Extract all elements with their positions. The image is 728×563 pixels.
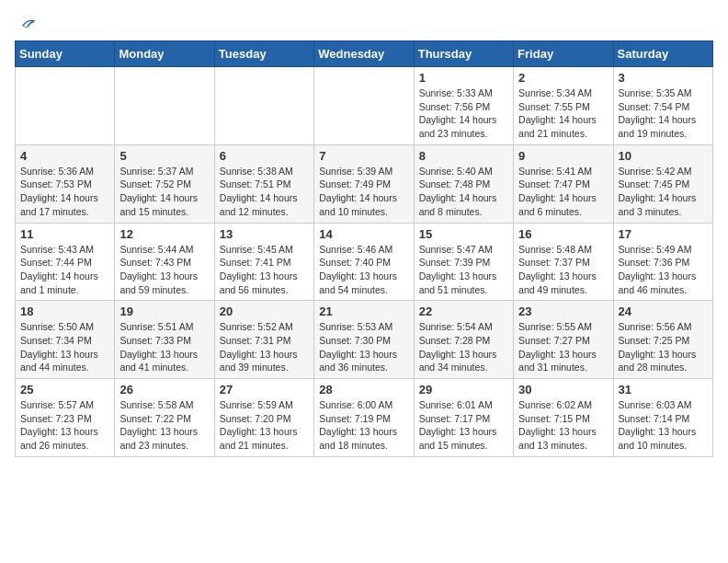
calendar-cell: 2Sunrise: 5:34 AM Sunset: 7:55 PM Daylig… [514,67,613,145]
calendar-cell: 18Sunrise: 5:50 AM Sunset: 7:34 PM Dayli… [16,301,115,379]
day-info: Sunrise: 5:49 AM Sunset: 7:36 PM Dayligh… [619,243,708,297]
day-info: Sunrise: 5:40 AM Sunset: 7:48 PM Dayligh… [419,165,508,219]
day-number: 26 [119,383,209,396]
day-info: Sunrise: 5:56 AM Sunset: 7:25 PM Dayligh… [619,320,708,374]
calendar-cell: 19Sunrise: 5:51 AM Sunset: 7:33 PM Dayli… [115,301,214,379]
calendar-cell: 5Sunrise: 5:37 AM Sunset: 7:52 PM Daylig… [115,144,214,223]
day-number: 29 [419,383,508,396]
day-header-sunday: Sunday [16,41,115,67]
calendar-cell: 28Sunrise: 6:00 AM Sunset: 7:19 PM Dayli… [314,379,414,457]
calendar-cell: 17Sunrise: 5:49 AM Sunset: 7:36 PM Dayli… [613,223,712,301]
day-info: Sunrise: 5:57 AM Sunset: 7:23 PM Dayligh… [20,398,109,453]
day-number: 17 [619,227,708,241]
calendar-cell: 8Sunrise: 5:40 AM Sunset: 7:48 PM Daylig… [414,144,513,223]
day-info: Sunrise: 5:36 AM Sunset: 7:53 PM Dayligh… [20,165,109,219]
day-header-thursday: Thursday [414,41,513,67]
day-info: Sunrise: 6:03 AM Sunset: 7:14 PM Dayligh… [619,398,708,453]
calendar-cell: 30Sunrise: 6:02 AM Sunset: 7:15 PM Dayli… [514,379,613,457]
day-info: Sunrise: 5:39 AM Sunset: 7:49 PM Dayligh… [319,165,408,219]
calendar-cell: 29Sunrise: 6:01 AM Sunset: 7:17 PM Dayli… [414,379,513,457]
calendar-cell: 7Sunrise: 5:39 AM Sunset: 7:49 PM Daylig… [314,144,414,223]
calendar-cell: 1Sunrise: 5:33 AM Sunset: 7:56 PM Daylig… [414,67,513,145]
calendar-cell: 13Sunrise: 5:45 AM Sunset: 7:41 PM Dayli… [214,223,313,301]
day-info: Sunrise: 5:52 AM Sunset: 7:31 PM Dayligh… [220,320,309,374]
calendar-cell: 6Sunrise: 5:38 AM Sunset: 7:51 PM Daylig… [214,144,313,223]
logo-bird-icon [17,15,35,33]
day-number: 7 [319,149,408,163]
day-info: Sunrise: 5:43 AM Sunset: 7:44 PM Dayligh… [20,243,109,297]
day-number: 1 [419,71,508,85]
calendar-cell: 12Sunrise: 5:44 AM Sunset: 7:43 PM Dayli… [115,223,214,301]
day-number: 4 [20,149,109,163]
day-info: Sunrise: 6:01 AM Sunset: 7:17 PM Dayligh… [419,398,508,453]
calendar-cell: 23Sunrise: 5:55 AM Sunset: 7:27 PM Dayli… [514,301,613,379]
day-number: 11 [20,227,109,241]
day-number: 28 [319,383,408,396]
calendar-cell: 21Sunrise: 5:53 AM Sunset: 7:30 PM Dayli… [314,301,414,379]
day-number: 9 [518,149,608,163]
day-number: 6 [220,149,309,163]
calendar-cell: 15Sunrise: 5:47 AM Sunset: 7:39 PM Dayli… [414,223,513,301]
day-number: 2 [518,71,608,85]
day-number: 10 [619,149,708,163]
day-number: 13 [220,227,309,241]
day-number: 24 [619,304,708,318]
week-row-2: 4Sunrise: 5:36 AM Sunset: 7:53 PM Daylig… [16,144,713,223]
day-info: Sunrise: 5:59 AM Sunset: 7:20 PM Dayligh… [220,398,309,453]
logo [15,15,35,33]
calendar-cell [214,67,313,145]
week-row-5: 25Sunrise: 5:57 AM Sunset: 7:23 PM Dayli… [16,379,713,457]
day-info: Sunrise: 5:47 AM Sunset: 7:39 PM Dayligh… [419,243,508,297]
calendar-cell [115,67,214,145]
day-number: 27 [220,383,309,396]
day-info: Sunrise: 5:54 AM Sunset: 7:28 PM Dayligh… [419,320,508,374]
calendar-cell [314,67,414,145]
day-header-saturday: Saturday [613,41,712,67]
day-number: 25 [20,383,109,396]
day-number: 18 [20,304,109,318]
calendar-cell: 3Sunrise: 5:35 AM Sunset: 7:54 PM Daylig… [613,67,712,145]
day-info: Sunrise: 5:38 AM Sunset: 7:51 PM Dayligh… [220,165,309,219]
calendar-cell: 14Sunrise: 5:46 AM Sunset: 7:40 PM Dayli… [314,223,414,301]
calendar-cell: 9Sunrise: 5:41 AM Sunset: 7:47 PM Daylig… [514,144,613,223]
day-number: 31 [619,383,708,396]
day-info: Sunrise: 5:48 AM Sunset: 7:37 PM Dayligh… [518,243,608,297]
day-info: Sunrise: 5:45 AM Sunset: 7:41 PM Dayligh… [220,243,309,297]
day-number: 15 [419,227,508,241]
day-info: Sunrise: 5:42 AM Sunset: 7:45 PM Dayligh… [619,165,708,219]
day-number: 23 [518,304,608,318]
calendar-cell: 31Sunrise: 6:03 AM Sunset: 7:14 PM Dayli… [613,379,712,457]
calendar-cell [16,67,115,145]
day-info: Sunrise: 5:35 AM Sunset: 7:54 PM Dayligh… [619,86,708,141]
day-info: Sunrise: 5:50 AM Sunset: 7:34 PM Dayligh… [20,320,109,374]
page-header [15,15,713,33]
week-row-1: 1Sunrise: 5:33 AM Sunset: 7:56 PM Daylig… [16,67,713,145]
calendar-cell: 27Sunrise: 5:59 AM Sunset: 7:20 PM Dayli… [214,379,313,457]
calendar-cell: 11Sunrise: 5:43 AM Sunset: 7:44 PM Dayli… [16,223,115,301]
day-number: 12 [119,227,209,241]
day-info: Sunrise: 5:51 AM Sunset: 7:33 PM Dayligh… [119,320,209,374]
day-number: 20 [220,304,309,318]
day-number: 3 [619,71,708,85]
day-number: 5 [119,149,209,163]
week-row-4: 18Sunrise: 5:50 AM Sunset: 7:34 PM Dayli… [16,301,713,379]
day-number: 22 [419,304,508,318]
calendar-cell: 16Sunrise: 5:48 AM Sunset: 7:37 PM Dayli… [514,223,613,301]
day-number: 16 [518,227,608,241]
day-number: 30 [518,383,608,396]
calendar-cell: 10Sunrise: 5:42 AM Sunset: 7:45 PM Dayli… [613,144,712,223]
day-header-friday: Friday [514,41,613,67]
day-info: Sunrise: 5:46 AM Sunset: 7:40 PM Dayligh… [319,243,408,297]
day-info: Sunrise: 5:41 AM Sunset: 7:47 PM Dayligh… [518,165,608,219]
day-info: Sunrise: 5:44 AM Sunset: 7:43 PM Dayligh… [119,243,209,297]
day-number: 8 [419,149,508,163]
calendar-cell: 25Sunrise: 5:57 AM Sunset: 7:23 PM Dayli… [16,379,115,457]
day-info: Sunrise: 5:37 AM Sunset: 7:52 PM Dayligh… [119,165,209,219]
day-info: Sunrise: 5:55 AM Sunset: 7:27 PM Dayligh… [518,320,608,374]
calendar-cell: 4Sunrise: 5:36 AM Sunset: 7:53 PM Daylig… [16,144,115,223]
day-number: 19 [119,304,209,318]
calendar-cell: 22Sunrise: 5:54 AM Sunset: 7:28 PM Dayli… [414,301,513,379]
week-row-3: 11Sunrise: 5:43 AM Sunset: 7:44 PM Dayli… [16,223,713,301]
day-info: Sunrise: 6:02 AM Sunset: 7:15 PM Dayligh… [518,398,608,453]
day-header-tuesday: Tuesday [214,41,313,67]
